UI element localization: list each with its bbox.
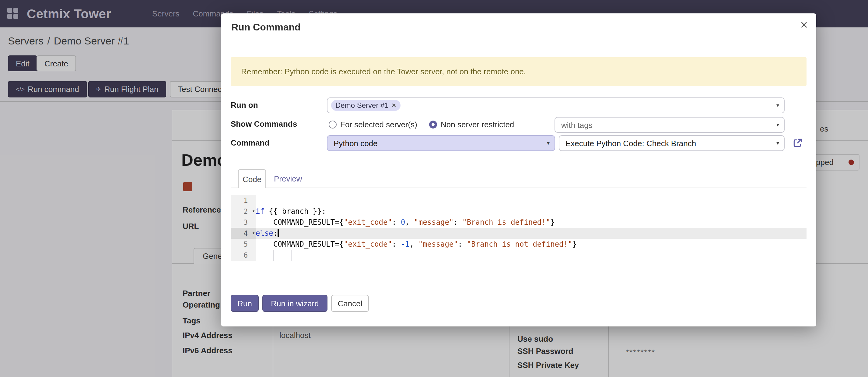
line-number: 5 bbox=[231, 239, 256, 250]
editor-line-1[interactable]: 1 bbox=[231, 195, 807, 206]
radio-selected-servers[interactable] bbox=[329, 121, 337, 128]
chevron-down-icon: ▾ bbox=[776, 122, 779, 128]
indent-guide bbox=[273, 250, 274, 261]
editor-line-5[interactable]: 5 COMMAND_RESULT={"exit_code": -1, "mess… bbox=[231, 239, 807, 250]
command-language-value: Python code bbox=[334, 139, 378, 148]
indent-guide bbox=[291, 250, 291, 261]
code-line-content[interactable]: if {{ branch }}: bbox=[256, 206, 807, 217]
radio-selected-servers-label[interactable]: For selected server(s) bbox=[340, 120, 417, 129]
line-number: 6 bbox=[231, 250, 256, 261]
line-number: 2▾ bbox=[231, 206, 256, 217]
show-commands-label: Show Commands bbox=[231, 119, 297, 128]
editor-line-4[interactable]: 4▾else: bbox=[231, 228, 807, 239]
code-line-content[interactable]: COMMAND_RESULT={"exit_code": -1, "messag… bbox=[256, 239, 807, 250]
radio-non-server-restricted-label[interactable]: Non server restricted bbox=[441, 120, 514, 129]
run-on-label: Run on bbox=[231, 100, 258, 110]
tab-preview[interactable]: Preview bbox=[274, 169, 302, 187]
modal-title: Run Command bbox=[231, 22, 301, 33]
editor-line-2[interactable]: 2▾if {{ branch }}: bbox=[231, 206, 807, 217]
external-link-icon[interactable] bbox=[793, 138, 803, 148]
warning-banner: Remember: Python code is executed on the… bbox=[231, 57, 807, 86]
with-tags-placeholder: with tags bbox=[561, 120, 593, 129]
server-tag-label: Demo Server #1 bbox=[335, 101, 389, 110]
tab-code[interactable]: Code bbox=[238, 169, 266, 188]
with-tags-select[interactable]: with tags ▾ bbox=[555, 117, 785, 133]
command-language-select[interactable]: Python code ▾ bbox=[327, 135, 555, 151]
chevron-down-icon: ▾ bbox=[547, 140, 550, 146]
line-number: 3 bbox=[231, 217, 256, 228]
editor-line-3[interactable]: 3 COMMAND_RESULT={"exit_code": 0, "messa… bbox=[231, 217, 807, 228]
tabs-divider bbox=[231, 187, 807, 188]
code-line-content[interactable] bbox=[256, 195, 807, 206]
run-in-wizard-button[interactable]: Run in wizard bbox=[262, 295, 328, 312]
command-select-value: Execute Python Code: Check Branch bbox=[565, 139, 696, 148]
chevron-down-icon: ▾ bbox=[776, 140, 779, 146]
command-select[interactable]: Execute Python Code: Check Branch ▾ bbox=[559, 135, 785, 151]
text-cursor bbox=[278, 229, 278, 237]
close-icon[interactable]: × bbox=[800, 18, 808, 31]
run-command-modal: Run Command × Remember: Python code is e… bbox=[221, 13, 816, 326]
warning-text: Remember: Python code is executed on the… bbox=[241, 67, 526, 76]
radio-non-server-restricted[interactable] bbox=[429, 121, 437, 128]
chevron-down-icon: ▾ bbox=[776, 102, 779, 108]
code-editor[interactable]: 12▾if {{ branch }}:3 COMMAND_RESULT={"ex… bbox=[231, 195, 807, 261]
editor-line-6[interactable]: 6 bbox=[231, 250, 807, 261]
command-label: Command bbox=[231, 138, 269, 147]
run-button[interactable]: Run bbox=[231, 295, 259, 312]
cancel-button[interactable]: Cancel bbox=[331, 295, 369, 312]
code-line-content[interactable] bbox=[256, 250, 807, 261]
fold-arrow-icon[interactable]: ▾ bbox=[252, 206, 255, 217]
fold-arrow-icon[interactable]: ▾ bbox=[252, 228, 255, 239]
code-line-content[interactable]: COMMAND_RESULT={"exit_code": 0, "message… bbox=[256, 217, 807, 228]
server-tag-chip[interactable]: Demo Server #1 ✕ bbox=[331, 100, 401, 111]
line-number: 1 bbox=[231, 195, 256, 206]
code-line-content[interactable]: else: bbox=[256, 228, 807, 239]
line-number: 4▾ bbox=[231, 228, 256, 239]
run-on-select[interactable]: Demo Server #1 ✕ ▾ bbox=[327, 97, 785, 113]
chip-remove-icon[interactable]: ✕ bbox=[392, 102, 396, 108]
screen: Cetmix Tower ServersCommandsFilesToolsSe… bbox=[0, 0, 868, 377]
